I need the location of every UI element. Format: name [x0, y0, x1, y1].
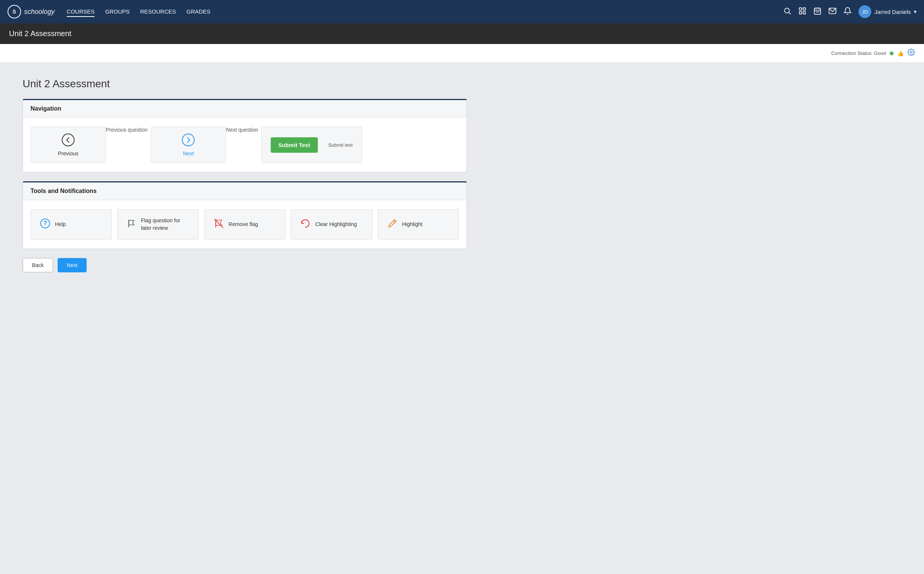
connection-status-text: Connection Status: Good — [831, 50, 886, 56]
nav-right: JD Jarred Daniels ▾ — [783, 5, 916, 18]
page-title-bar: Unit 2 Assessment — [0, 23, 924, 44]
submit-test-button[interactable]: Submit Test — [271, 137, 318, 153]
clear-highlighting-label: Clear Highlighting — [315, 221, 357, 228]
settings-icon[interactable] — [907, 49, 915, 58]
thumbs-up-icon: 👍 — [897, 50, 903, 57]
highlight-tool[interactable]: Highlight — [378, 209, 459, 240]
help-tool[interactable]: ? Help — [30, 209, 112, 240]
nav-link-grades[interactable]: GRADES — [187, 7, 210, 17]
chevron-down-icon: ▾ — [914, 9, 916, 15]
main-content: Unit 2 Assessment Navigation Previous Pr… — [0, 63, 489, 287]
submit-test-item[interactable]: Submit Test Submit test — [261, 127, 362, 163]
next-sublabel: Next question — [226, 127, 258, 163]
flag-icon — [127, 219, 136, 230]
svg-rect-3 — [803, 8, 805, 10]
help-icon: ? — [40, 218, 51, 231]
svg-point-12 — [910, 52, 912, 54]
remove-flag-label: Remove flag — [229, 221, 258, 228]
nav-link-groups[interactable]: GROUPS — [105, 7, 130, 17]
svg-point-14 — [182, 134, 194, 146]
previous-button[interactable]: Previous Previous question — [30, 127, 106, 163]
back-button[interactable]: Back — [22, 258, 53, 272]
apps-icon[interactable] — [798, 7, 807, 17]
nav-link-courses[interactable]: COURSES — [66, 7, 95, 17]
tools-card-body: ? Help Flag question for later review — [23, 200, 467, 249]
notifications-icon[interactable] — [843, 7, 852, 17]
arrow-left-icon — [62, 133, 75, 148]
highlight-label: Highlight — [402, 221, 422, 228]
nav-left: S schoology COURSES GROUPS RESOURCES GRA… — [8, 5, 210, 19]
svg-point-13 — [62, 134, 74, 146]
tools-grid: ? Help Flag question for later review — [30, 209, 459, 240]
svg-rect-2 — [799, 8, 802, 10]
tools-card-header: Tools and Notifications — [23, 183, 467, 200]
search-icon[interactable] — [783, 7, 791, 17]
tools-card: Tools and Notifications ? Help — [22, 181, 467, 249]
avatar: JD — [859, 5, 871, 18]
logo[interactable]: S schoology — [8, 5, 55, 19]
status-dot-icon — [890, 52, 894, 55]
navigation-card-body: Previous Previous question Previous ques… — [23, 118, 467, 172]
svg-line-20 — [394, 221, 395, 222]
top-navigation: S schoology COURSES GROUPS RESOURCES GRA… — [0, 0, 924, 23]
bottom-actions: Back Next — [22, 258, 467, 272]
flag-question-tool[interactable]: Flag question for later review — [117, 209, 198, 240]
page-title: Unit 2 Assessment — [9, 29, 71, 38]
user-name: Jarred Daniels — [874, 9, 911, 15]
connection-bar: Connection Status: Good 👍 — [0, 44, 924, 63]
user-menu[interactable]: JD Jarred Daniels ▾ — [859, 5, 916, 18]
nav-links: COURSES GROUPS RESOURCES GRADES — [66, 7, 210, 17]
refresh-icon — [300, 218, 311, 231]
next-bottom-button[interactable]: Next — [58, 258, 87, 272]
nav-tools-row: Previous Previous question Previous ques… — [30, 127, 459, 163]
svg-point-0 — [785, 8, 790, 13]
assessment-title: Unit 2 Assessment — [22, 78, 467, 90]
nav-link-resources[interactable]: RESOURCES — [140, 7, 176, 17]
flag-question-label: Flag question for later review — [141, 217, 189, 232]
svg-rect-5 — [803, 11, 805, 14]
logo-icon: S — [8, 5, 21, 19]
clear-highlighting-tool[interactable]: Clear Highlighting — [291, 209, 372, 240]
next-button[interactable]: Next Next question — [150, 127, 226, 163]
flag-remove-icon — [214, 218, 224, 231]
svg-line-1 — [789, 13, 791, 14]
svg-rect-6 — [815, 8, 821, 14]
calendar-icon[interactable] — [813, 7, 821, 17]
previous-sublabel: Previous question — [106, 127, 147, 163]
arrow-right-icon — [182, 133, 195, 148]
remove-flag-tool[interactable]: Remove flag — [204, 209, 285, 240]
submit-sublabel: Submit test — [328, 142, 353, 148]
messages-icon[interactable] — [828, 7, 837, 17]
svg-text:?: ? — [43, 220, 47, 226]
next-label: Next — [183, 150, 194, 156]
svg-rect-4 — [799, 11, 802, 14]
navigation-card-header: Navigation — [23, 100, 467, 118]
pencil-icon — [387, 218, 398, 231]
logo-text: schoology — [24, 8, 55, 16]
help-label: Help — [55, 221, 66, 228]
navigation-card: Navigation Previous Previous question Pr… — [22, 99, 467, 172]
previous-label: Previous — [58, 150, 78, 156]
